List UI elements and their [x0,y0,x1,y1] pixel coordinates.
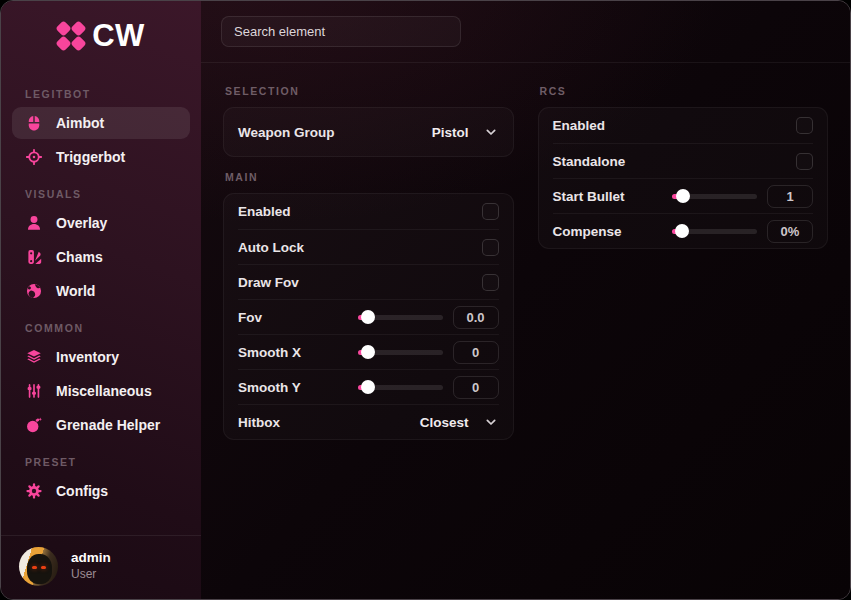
settings-row-start-bullet: Start Bullet1 [553,178,814,213]
sliders-icon [25,382,43,400]
settings-row-enabled: Enabled [553,108,814,143]
right-column: RCSEnabledStandaloneStart Bullet1Compens… [538,77,829,454]
value-smooth-y[interactable]: 0 [453,376,499,399]
sidebar-item-label: Chams [56,249,103,265]
sidebar-item-chams[interactable]: Chams [12,241,190,273]
checkbox-enabled[interactable] [796,117,813,134]
chevron-down-icon [483,414,499,430]
group-title-main: MAIN [225,171,512,183]
setting-label: Compense [553,224,663,239]
sidebar-item-overlay[interactable]: Overlay [12,207,190,239]
avatar-eyes [32,566,37,569]
main-header [201,1,850,63]
user-footer[interactable]: admin User [1,535,201,599]
gear-icon [25,482,43,500]
sidebar-item-label: Overlay [56,215,107,231]
logo-text: CW [92,18,145,54]
setting-label: Draw Fov [238,275,472,290]
card-main: EnabledAuto LockDraw FovFov0.0Smooth X0S… [223,193,514,440]
slider-thumb[interactable] [676,189,690,203]
chevron-down-icon [483,124,499,140]
layers-icon [25,348,43,366]
value-compense[interactable]: 0% [767,220,813,243]
settings-row-draw-fov: Draw Fov [238,264,499,299]
checkbox-enabled[interactable] [482,203,499,220]
sidebar-item-label: Aimbot [56,115,104,131]
settings-row-standalone: Standalone [553,143,814,178]
sidebar-item-grenade-helper[interactable]: Grenade Helper [12,409,190,441]
setting-label: Hitbox [238,415,410,430]
search-input[interactable] [221,16,461,47]
x-diamonds-logo-icon [57,22,85,50]
nav-section-label-preset: PRESET [25,456,177,468]
setting-label: Weapon Group [238,125,422,140]
settings-group-selection: SELECTIONWeapon GroupPistol [223,85,514,157]
checkbox-standalone[interactable] [796,153,813,170]
nav-section-label-common: COMMON [25,322,177,334]
select-value-hitbox: Closest [420,415,469,430]
settings-group-rcs: RCSEnabledStandaloneStart Bullet1Compens… [538,85,829,249]
settings-row-fov: Fov0.0 [238,299,499,334]
sidebar-item-label: World [56,283,95,299]
value-fov[interactable]: 0.0 [453,306,499,329]
sidebar-item-triggerbot[interactable]: Triggerbot [12,141,190,173]
mouse-icon [25,114,43,132]
setting-label: Auto Lock [238,240,472,255]
setting-label: Start Bullet [553,189,663,204]
value-start-bullet[interactable]: 1 [767,185,813,208]
settings-row-auto-lock: Auto Lock [238,229,499,264]
setting-label: Standalone [553,154,787,169]
user-name: admin [71,550,111,567]
select-weapon-group[interactable]: Weapon GroupPistol [238,108,499,156]
user-role: User [71,567,111,583]
app-logo: CW [1,1,201,71]
person-icon [25,214,43,232]
avatar-head [27,554,52,584]
nav-section-label-visuals: VISUALS [25,188,177,200]
setting-label: Smooth Y [238,380,348,395]
palette-icon [25,248,43,266]
globe-icon [25,282,43,300]
group-title-selection: SELECTION [225,85,512,97]
group-title-rcs: RCS [540,85,827,97]
checkbox-auto-lock[interactable] [482,239,499,256]
bomb-icon [25,416,43,434]
setting-label: Fov [238,310,348,325]
sidebar-item-label: Miscellaneous [56,383,152,399]
sidebar-item-aimbot[interactable]: Aimbot [12,107,190,139]
sidebar-item-inventory[interactable]: Inventory [12,341,190,373]
nav-section-label-legitbot: LEGITBOT [25,88,177,100]
avatar [19,547,58,586]
sidebar-item-label: Triggerbot [56,149,125,165]
sidebar-item-world[interactable]: World [12,275,190,307]
select-value-weapon-group: Pistol [432,125,469,140]
setting-label: Enabled [553,118,787,133]
settings-group-main: MAINEnabledAuto LockDraw FovFov0.0Smooth… [223,171,514,440]
slider-compense[interactable] [672,229,757,234]
slider-thumb[interactable] [361,310,375,324]
settings-content: SELECTIONWeapon GroupPistolMAINEnabledAu… [201,63,850,599]
crosshair-icon [25,148,43,166]
sidebar-item-label: Grenade Helper [56,417,160,433]
cw-window: CW LEGITBOTAimbotTriggerbotVISUALSOverla… [0,0,851,600]
settings-row-smooth-x: Smooth X0 [238,334,499,369]
card-rcs: EnabledStandaloneStart Bullet1Compense0% [538,107,829,249]
checkbox-draw-fov[interactable] [482,274,499,291]
sidebar: CW LEGITBOTAimbotTriggerbotVISUALSOverla… [1,1,201,599]
card-selection: Weapon GroupPistol [223,107,514,157]
slider-thumb[interactable] [361,345,375,359]
slider-start-bullet[interactable] [672,194,757,199]
slider-fov[interactable] [358,315,443,320]
left-column: SELECTIONWeapon GroupPistolMAINEnabledAu… [223,77,514,454]
sidebar-item-miscellaneous[interactable]: Miscellaneous [12,375,190,407]
value-smooth-x[interactable]: 0 [453,341,499,364]
sidebar-item-configs[interactable]: Configs [12,475,190,507]
main-area: SELECTIONWeapon GroupPistolMAINEnabledAu… [201,1,850,599]
slider-smooth-x[interactable] [358,350,443,355]
select-hitbox[interactable]: HitboxClosest [238,404,499,439]
slider-thumb[interactable] [361,380,375,394]
setting-label: Smooth X [238,345,348,360]
settings-row-compense: Compense0% [553,213,814,248]
slider-thumb[interactable] [675,224,689,238]
slider-smooth-y[interactable] [358,385,443,390]
